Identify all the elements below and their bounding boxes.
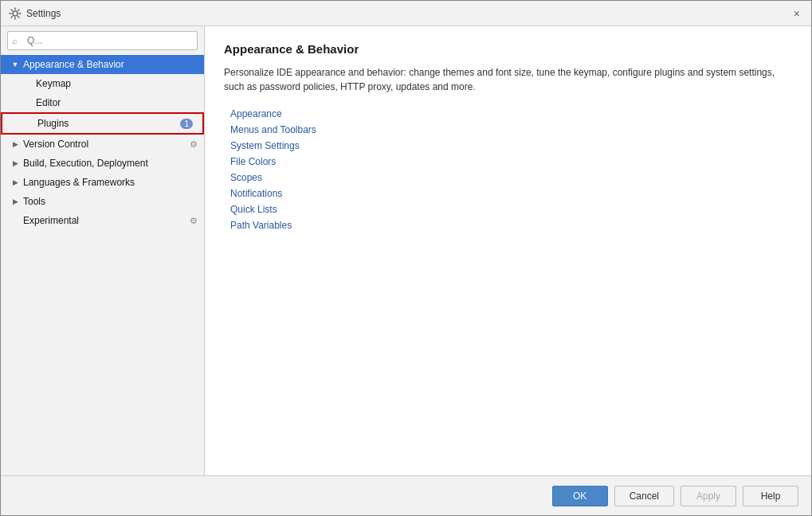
search-icon: ⌕ [12,36,18,45]
sidebar-item-tools[interactable]: ▶ Tools [1,192,204,211]
close-button[interactable]: × [790,6,803,21]
dialog-title: Settings [26,8,61,19]
title-bar: Settings × [1,1,811,26]
sidebar-item-label: Build, Execution, Deployment [23,158,198,169]
arrow-icon: ▼ [10,61,20,68]
content-description: Personalize IDE appearance and behavior:… [224,65,782,94]
main-content: ⌕ ▼ Appearance & Behavior Keymap Editor [1,26,811,475]
link-notifications[interactable]: Notifications [230,188,792,199]
sidebar-item-appearance-behavior[interactable]: ▼ Appearance & Behavior [1,55,204,74]
link-scopes[interactable]: Scopes [230,172,792,183]
arrow-icon: ▶ [10,197,20,205]
arrow-icon: ▶ [10,140,20,148]
footer: OK Cancel Apply Help [1,475,811,515]
sidebar: ⌕ ▼ Appearance & Behavior Keymap Editor [1,26,205,475]
link-appearance[interactable]: Appearance [230,108,792,119]
sidebar-item-editor[interactable]: Editor [1,93,204,112]
plugins-badge: 1 [180,119,193,129]
svg-point-0 [13,11,18,16]
settings-icon [9,7,22,20]
sidebar-item-label: Version Control [23,139,190,150]
link-system-settings[interactable]: System Settings [230,140,792,151]
content-title: Appearance & Behavior [224,42,792,56]
content-area: Appearance & Behavior Personalize IDE ap… [205,26,811,475]
sidebar-item-experimental[interactable]: Experimental ⚙ [1,211,204,230]
arrow-icon: ▶ [10,178,20,186]
apply-button[interactable]: Apply [681,486,736,506]
sidebar-item-label: Languages & Frameworks [23,177,198,188]
ok-button[interactable]: OK [552,486,608,506]
settings-action-icon: ⚙ [190,139,198,150]
cancel-button[interactable]: Cancel [614,486,674,506]
sidebar-item-version-control[interactable]: ▶ Version Control ⚙ [1,135,204,154]
link-quick-lists[interactable]: Quick Lists [230,204,792,215]
sidebar-item-label: Editor [36,97,198,108]
sidebar-item-keymap[interactable]: Keymap [1,74,204,93]
help-button[interactable]: Help [743,486,798,506]
sidebar-item-languages-frameworks[interactable]: ▶ Languages & Frameworks [1,173,204,192]
title-bar-left: Settings [9,7,61,20]
sidebar-item-label: Plugins [37,118,180,129]
links-list: Appearance Menus and Toolbars System Set… [224,108,792,231]
settings-dialog: Settings × ⌕ ▼ Appearance & Behavior Key… [0,0,812,516]
search-input[interactable] [7,31,198,50]
search-box: ⌕ [7,31,198,50]
arrow-icon: ▶ [10,159,20,167]
sidebar-item-label: Appearance & Behavior [23,59,198,70]
link-file-colors[interactable]: File Colors [230,156,792,167]
settings-action-icon: ⚙ [190,216,198,226]
sidebar-item-label: Tools [23,196,198,207]
link-path-variables[interactable]: Path Variables [230,220,792,231]
sidebar-item-label: Keymap [36,78,198,89]
sidebar-item-plugins[interactable]: Plugins 1 [1,112,204,135]
link-menus-toolbars[interactable]: Menus and Toolbars [230,124,792,135]
sidebar-item-label: Experimental [23,215,190,226]
sidebar-item-build-execution[interactable]: ▶ Build, Execution, Deployment [1,154,204,173]
